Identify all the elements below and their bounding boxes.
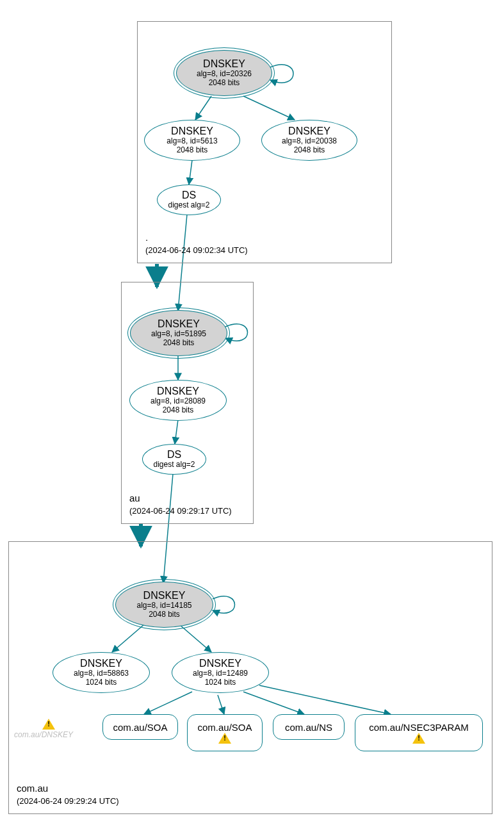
zone-comau-name: com.au (17, 783, 48, 794)
warning-icon (218, 733, 231, 744)
node-comau-zsk2[interactable]: DNSKEY alg=8, id=12489 1024 bits (172, 652, 269, 693)
zone-au-name: au (129, 493, 140, 503)
node-comau-ksk[interactable]: DNSKEY alg=8, id=14185 2048 bits (115, 582, 213, 628)
ghost-comau-dnskey: com.au/DNSKEY (14, 730, 73, 739)
zone-au-ts: (2024-06-24 09:29:17 UTC) (129, 506, 232, 516)
node-au-zsk[interactable]: DNSKEY alg=8, id=28089 2048 bits (129, 380, 227, 421)
node-au-ds[interactable]: DS digest alg=2 (142, 444, 206, 475)
node-title: DNSKEY (203, 58, 245, 70)
zone-root-name: . (145, 232, 148, 243)
zone-root-ts: (2024-06-24 09:02:34 UTC) (145, 245, 248, 255)
node-root-zsk2[interactable]: DNSKEY alg=8, id=20038 2048 bits (261, 120, 357, 161)
node-root-ksk[interactable]: DNSKEY alg=8, id=20326 2048 bits (176, 50, 272, 96)
rr-comau-ns[interactable]: com.au/NS (273, 714, 345, 740)
rr-comau-nsec3param[interactable]: com.au/NSEC3PARAM (355, 714, 483, 751)
rr-comau-soa-2[interactable]: com.au/SOA (187, 714, 263, 751)
node-root-ds[interactable]: DS digest alg=2 (157, 184, 221, 215)
zone-comau-ts: (2024-06-24 09:29:24 UTC) (17, 796, 119, 806)
node-root-zsk1[interactable]: DNSKEY alg=8, id=5613 2048 bits (144, 120, 240, 161)
warning-icon (412, 733, 425, 744)
node-au-ksk[interactable]: DNSKEY alg=8, id=51895 2048 bits (130, 310, 227, 356)
rr-comau-soa-1[interactable]: com.au/SOA (102, 714, 178, 740)
node-comau-zsk1[interactable]: DNSKEY alg=8, id=58863 1024 bits (53, 652, 150, 693)
